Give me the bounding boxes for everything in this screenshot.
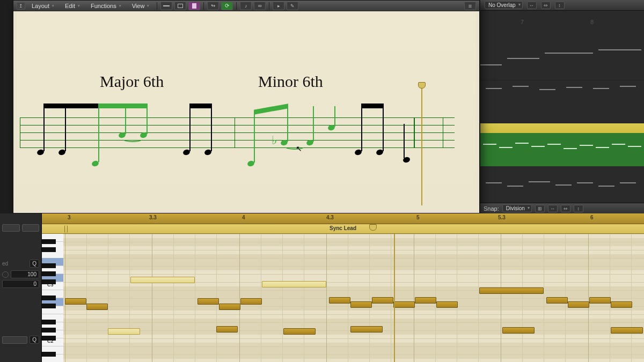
lane-3-header[interactable] — [480, 123, 644, 133]
midi-note[interactable] — [372, 297, 393, 304]
ruler-m5: 5 — [416, 215, 420, 220]
ruler-mark-8: 8 — [590, 19, 594, 25]
midi-note[interactable] — [502, 327, 535, 334]
midi-note[interactable] — [393, 301, 415, 308]
velocity-field[interactable]: 100 — [11, 270, 39, 278]
hierarchy-up-button[interactable]: ↥ — [17, 2, 25, 10]
snap-tool2-icon[interactable]: ↔ — [548, 205, 558, 212]
menu-functions[interactable]: Functions — [86, 2, 126, 10]
piano-grid[interactable] — [63, 234, 644, 362]
midi-note[interactable] — [86, 304, 108, 310]
menu-layout[interactable]: Layout — [27, 2, 58, 10]
view-page-icon[interactable] — [188, 2, 200, 10]
partbox-icon[interactable]: ♪ — [240, 2, 252, 10]
catch-icon[interactable]: ⟳ — [221, 2, 233, 10]
snap-tool3-icon[interactable]: ⇔ — [561, 205, 570, 212]
barline — [235, 117, 235, 147]
midi-note[interactable] — [219, 304, 240, 310]
midi-note[interactable] — [568, 301, 589, 308]
region-name: Sync Lead — [330, 225, 356, 231]
midi-note[interactable] — [350, 326, 383, 333]
region-start-handle[interactable] — [64, 225, 68, 233]
midi-note[interactable] — [65, 298, 86, 305]
midi-note[interactable] — [350, 301, 372, 308]
tool1-icon[interactable]: ↔ — [527, 2, 537, 9]
tool3-icon[interactable]: ↕ — [555, 2, 565, 9]
pointer-tool-icon[interactable]: ▸ — [273, 2, 284, 10]
offset-field[interactable]: 0 — [2, 280, 39, 288]
lane-2[interactable] — [480, 80, 644, 123]
link-icon[interactable]: ∞ — [254, 2, 266, 10]
no-overlap-dropdown[interactable]: No Overlap — [485, 1, 523, 9]
side-tool3[interactable] — [2, 336, 27, 344]
barline — [20, 117, 20, 147]
midi-note[interactable] — [197, 298, 219, 305]
side-tool1[interactable] — [2, 224, 20, 232]
piano-playhead-handle-icon[interactable] — [369, 224, 377, 231]
midi-note[interactable] — [262, 281, 326, 287]
quantize2-button[interactable]: Q — [30, 336, 39, 344]
sep — [203, 2, 204, 10]
view-wrapped-icon[interactable] — [174, 2, 186, 10]
title-minor-6th: Minor 6th — [258, 72, 323, 91]
toolbar-close-icon[interactable]: ≡ — [464, 2, 476, 10]
midi-note[interactable] — [546, 297, 568, 304]
snap-tool4-icon[interactable]: ↕ — [574, 205, 583, 212]
ruler-m43: 4.3 — [326, 215, 334, 220]
stem — [189, 106, 191, 151]
piano-ruler[interactable]: 3 3.3 4 4.3 5 5.3 6 — [42, 213, 644, 224]
ruler-m6: 6 — [590, 215, 594, 220]
barline-end — [443, 117, 443, 147]
midi-note[interactable] — [479, 287, 544, 294]
arrange-ruler[interactable]: 7 8 — [480, 11, 644, 38]
midi-note[interactable] — [108, 328, 140, 335]
beam — [254, 104, 288, 114]
side-tools — [2, 224, 39, 232]
stem — [65, 106, 66, 151]
side-tool2[interactable] — [22, 224, 40, 232]
snap-label: Snap: — [484, 205, 499, 212]
lane-1[interactable] — [480, 38, 644, 80]
midi-note[interactable] — [130, 277, 195, 283]
midi-note[interactable] — [283, 328, 316, 335]
ruler-m4: 4 — [242, 215, 245, 220]
midi-note[interactable] — [415, 297, 436, 304]
midi-note[interactable] — [329, 297, 350, 304]
midi-note[interactable] — [216, 326, 238, 333]
lane-3[interactable] — [480, 133, 644, 166]
score-playhead[interactable] — [421, 86, 422, 205]
midi-note[interactable] — [240, 298, 262, 305]
midi-note[interactable] — [611, 301, 632, 308]
tie — [123, 137, 142, 142]
ruler-mark-7: 7 — [521, 19, 524, 25]
piano-keyboard[interactable]: C3 C2 — [42, 234, 63, 362]
stem — [404, 124, 405, 158]
stem — [383, 106, 384, 151]
stem — [361, 106, 362, 151]
piano-playhead[interactable] — [394, 234, 395, 362]
score-sheet[interactable]: Major 6th Minor 6th ♭ — [17, 12, 476, 210]
midi-note[interactable] — [589, 297, 611, 304]
sep — [157, 2, 157, 10]
midi-note[interactable] — [436, 301, 458, 308]
barline — [414, 117, 415, 147]
stem — [211, 106, 212, 151]
region-bar[interactable]: Sync Lead — [42, 224, 644, 234]
knob-icon[interactable] — [2, 271, 9, 278]
stem — [334, 106, 335, 127]
midi-note[interactable] — [611, 327, 643, 334]
flat-accidental-icon: ♭ — [272, 134, 277, 147]
score-playhead-handle-icon[interactable] — [418, 82, 426, 88]
tool2-icon[interactable]: ⇔ — [541, 2, 551, 9]
staff — [20, 117, 455, 147]
view-linear-icon[interactable] — [160, 2, 172, 10]
menu-edit[interactable]: Edit — [61, 2, 84, 10]
ruler-m53: 5.3 — [498, 215, 506, 220]
snap-dropdown[interactable]: Division — [502, 204, 532, 212]
quantize-button[interactable]: Q — [30, 260, 39, 268]
beam — [361, 104, 384, 108]
midi-in-icon[interactable]: ↬ — [207, 2, 219, 10]
menu-view[interactable]: View — [128, 2, 154, 10]
pencil-tool-icon[interactable]: ✎ — [287, 2, 298, 10]
snap-tool1-icon[interactable]: ⊞ — [535, 205, 545, 212]
